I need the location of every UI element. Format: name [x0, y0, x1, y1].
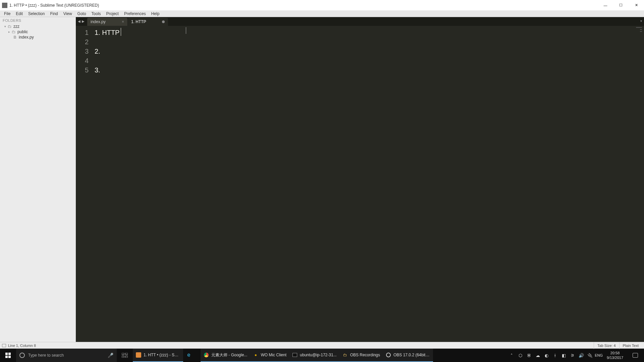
- svg-rect-4: [122, 353, 124, 355]
- line-number: 2: [76, 37, 89, 47]
- menu-goto[interactable]: Goto: [75, 11, 89, 17]
- tab-dirty-icon[interactable]: [162, 20, 165, 23]
- folder-icon: 🗀: [342, 352, 348, 358]
- taskbar-app-womic[interactable]: ● WO Mic Client: [250, 349, 289, 362]
- svg-rect-7: [125, 356, 128, 358]
- editor-area: ◀ ▶ index.py × 1. HTTP ▾ 1 2 3 4 5 1.: [76, 17, 644, 342]
- status-syntax[interactable]: Plain Text: [619, 342, 642, 349]
- tray-volume-icon[interactable]: 🔊: [579, 353, 584, 358]
- line-number: 3: [76, 47, 89, 56]
- task-view-button[interactable]: [117, 349, 133, 362]
- tree-folder-label: public: [17, 29, 28, 35]
- code-line: [95, 56, 624, 65]
- window-title: 1. HTTP • (zzz) - Sublime Text (UNREGIST…: [9, 3, 99, 8]
- obs-icon: [385, 352, 391, 358]
- tray-cloud-icon[interactable]: ☁: [535, 353, 540, 358]
- menu-view[interactable]: View: [61, 11, 75, 17]
- taskbar-app-chrome[interactable]: 元素大师 - Google...: [201, 349, 250, 362]
- tab-overflow-icon[interactable]: ▾: [640, 19, 642, 23]
- tree-root-folder[interactable]: ▾ 🗀 zzz: [1, 24, 74, 29]
- tray-steam-icon[interactable]: ◐: [544, 353, 549, 358]
- tray-wifi-icon[interactable]: ⚞: [570, 353, 575, 358]
- menu-tools[interactable]: Tools: [89, 11, 104, 17]
- menu-find[interactable]: Find: [47, 11, 60, 17]
- tab-1-http[interactable]: 1. HTTP: [128, 18, 168, 26]
- task-label: 元素大师 - Google...: [211, 352, 247, 358]
- tab-nav-forward-icon[interactable]: ▶: [82, 20, 85, 23]
- menu-selection[interactable]: Selection: [25, 11, 47, 17]
- tabstrip: ◀ ▶ index.py × 1. HTTP ▾: [76, 17, 644, 26]
- taskbar-app-sublime[interactable]: 1. HTT • (zzz) - Subl...: [133, 349, 183, 362]
- menu-project[interactable]: Project: [104, 11, 121, 17]
- tab-nav-back-icon[interactable]: ◀: [78, 20, 81, 23]
- folder-tree: ▾ 🗀 zzz ▸ 🗀 public 🗎 index.py: [0, 24, 76, 40]
- search-placeholder: Type here to search: [28, 353, 64, 358]
- minimap[interactable]: [624, 26, 644, 342]
- tree-file-label: index.py: [19, 35, 34, 40]
- windows-logo-icon: [5, 353, 11, 358]
- panel-switch-icon[interactable]: [2, 344, 6, 347]
- menu-edit[interactable]: Edit: [13, 11, 25, 17]
- menu-help[interactable]: Help: [149, 11, 162, 17]
- status-tab-size[interactable]: Tab Size: 4: [594, 342, 619, 349]
- taskbar-app-edge[interactable]: e: [183, 349, 201, 362]
- task-label: 1. HTT • (zzz) - Subl...: [144, 353, 180, 357]
- task-label: OBS Recordings: [350, 353, 380, 357]
- line-number: 5: [76, 65, 89, 75]
- tree-file-indexpy[interactable]: 🗎 index.py: [1, 35, 74, 40]
- task-label: OBS 17.0.2 (64bit, w...: [393, 353, 430, 357]
- maximize-button[interactable]: ☐: [613, 0, 629, 10]
- taskbar-app-obs[interactable]: OBS 17.0.2 (64bit, w...: [383, 349, 433, 362]
- sublime-icon: [136, 352, 142, 358]
- tray-app-icon[interactable]: ◧: [561, 353, 567, 358]
- statusbar: Line 1, Column 8 Tab Size: 4 Plain Text: [0, 342, 644, 349]
- notification-icon: [633, 353, 638, 358]
- chevron-right-icon[interactable]: ▸: [7, 29, 11, 35]
- taskbar-app-explorer[interactable]: 🗀 OBS Recordings: [339, 349, 383, 362]
- menu-file[interactable]: File: [1, 11, 13, 17]
- tree-root-label: zzz: [13, 24, 19, 29]
- start-button[interactable]: [0, 349, 16, 362]
- taskbar-app-putty[interactable]: ubuntu@ip-172-31...: [289, 349, 339, 362]
- system-tray: ˄ ⬡ ⛨ ☁ ◐ ᚼ ◧ ⚞ 🔊 🔌 ENG 20:58 9/13/2017: [507, 349, 644, 362]
- app-icon: [2, 3, 7, 8]
- status-position: Line 1, Column 8: [8, 344, 36, 348]
- mouse-ibeam-icon: [186, 27, 186, 34]
- code-line: 2.: [95, 47, 624, 56]
- tray-shield-icon[interactable]: ⛨: [526, 353, 532, 358]
- line-number: 1: [76, 28, 89, 37]
- action-center-button[interactable]: [629, 349, 642, 362]
- svg-rect-1: [8, 353, 11, 355]
- tray-power-icon[interactable]: 🔌: [587, 353, 593, 358]
- tab-indexpy[interactable]: index.py ×: [87, 18, 127, 26]
- tray-language[interactable]: ENG: [596, 353, 601, 358]
- minimize-button[interactable]: —: [598, 0, 613, 10]
- svg-rect-2: [5, 356, 8, 358]
- tray-clock[interactable]: 20:58 9/13/2017: [605, 351, 625, 360]
- tray-date: 9/13/2017: [607, 355, 623, 360]
- line-number: 4: [76, 56, 89, 65]
- code-line: 1. HTTP: [95, 28, 624, 37]
- microphone-icon[interactable]: 🎤: [108, 353, 113, 358]
- chevron-down-icon[interactable]: ▾: [3, 24, 7, 29]
- tray-chevron-up-icon[interactable]: ˄: [509, 353, 514, 358]
- code-editor[interactable]: 1. HTTP 2. 3.: [92, 26, 624, 342]
- titlebar: 1. HTTP • (zzz) - Sublime Text (UNREGIST…: [0, 0, 644, 10]
- svg-rect-6: [122, 356, 124, 358]
- line-number-gutter: 1 2 3 4 5: [76, 26, 92, 342]
- tab-title: 1. HTTP: [131, 19, 159, 24]
- womic-icon: ●: [253, 352, 259, 358]
- text-cursor: [121, 28, 121, 36]
- tab-title: index.py: [91, 19, 119, 24]
- tab-close-icon[interactable]: ×: [122, 19, 124, 24]
- tree-folder-public[interactable]: ▸ 🗀 public: [1, 29, 74, 35]
- svg-rect-5: [125, 353, 128, 355]
- menu-preferences[interactable]: Preferences: [121, 11, 149, 17]
- tray-bluetooth-icon[interactable]: ᚼ: [552, 353, 558, 358]
- search-box[interactable]: Type here to search 🎤: [16, 349, 117, 362]
- task-view-icon: [122, 353, 128, 358]
- code-line: 3.: [95, 65, 624, 75]
- task-label: ubuntu@ip-172-31...: [300, 353, 337, 357]
- tray-security-icon[interactable]: ⬡: [518, 353, 523, 358]
- close-button[interactable]: ✕: [629, 0, 644, 10]
